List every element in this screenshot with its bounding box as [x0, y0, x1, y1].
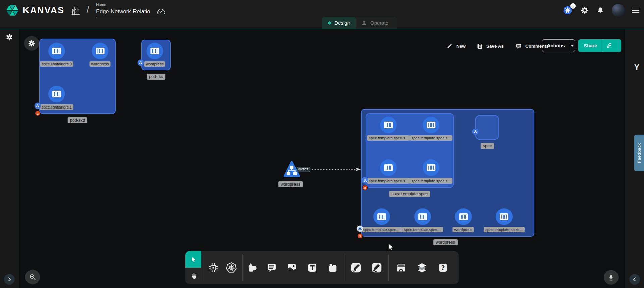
new-button[interactable]: New	[446, 43, 466, 50]
tool-kubernetes[interactable]	[225, 261, 238, 274]
toolbar-divider	[388, 254, 389, 281]
mouse-cursor	[387, 243, 395, 252]
network-badge-icon[interactable]	[472, 129, 479, 135]
tool-pan[interactable]	[185, 268, 201, 284]
floppy-disk-icon	[476, 43, 483, 50]
tool-layers[interactable]	[416, 261, 428, 274]
node-spec-containers-0[interactable]: spec.containers.0	[40, 43, 73, 67]
operate-tab-icon	[361, 20, 367, 26]
network-badge-icon[interactable]	[35, 103, 41, 109]
tool-integration[interactable]	[207, 261, 220, 274]
node-spec-template-2[interactable]: spec.template.spec.s...	[410, 117, 452, 141]
network-badge-icon[interactable]	[138, 60, 144, 66]
group-spec[interactable]	[475, 115, 499, 140]
share-split-button[interactable]: Share	[578, 39, 621, 52]
node-spec-template-6[interactable]: spec.template.spec....	[402, 208, 443, 232]
tool-sketch[interactable]	[370, 261, 383, 274]
kubernetes-context-button[interactable]: 1	[562, 5, 573, 16]
note-icon	[327, 262, 338, 273]
group-wordpress-label[interactable]: wordpress	[433, 239, 458, 245]
expand-left-panel-button[interactable]	[4, 274, 15, 285]
deployment-badge-icon[interactable]	[357, 226, 363, 232]
kanvas-logo-icon	[5, 3, 19, 17]
new-label: New	[456, 44, 466, 49]
app-window: KANVAS / Name Design	[0, 0, 644, 288]
link-icon	[606, 42, 612, 49]
node-label: spec.template.spec....	[484, 227, 525, 232]
node-label: wordpress	[144, 61, 165, 67]
tool-help[interactable]: ?	[437, 261, 449, 274]
hand-icon	[190, 272, 198, 280]
brand-name: KANVAS	[23, 5, 64, 16]
user-avatar[interactable]	[612, 4, 625, 17]
pen-path-icon	[350, 262, 362, 274]
tool-media[interactable]	[285, 261, 298, 274]
warning-count-badge[interactable]: 3	[362, 185, 368, 190]
ink-pen-button[interactable]	[604, 270, 619, 285]
feedback-tab[interactable]: Feedback	[634, 135, 644, 171]
zoom-button[interactable]	[25, 270, 40, 284]
node-wordpress-rcc[interactable]: wordpress	[144, 43, 165, 67]
image-icon	[286, 262, 298, 273]
workspace-icon[interactable]	[71, 5, 80, 16]
group-pod-rcc-label[interactable]: pod-rcc	[147, 74, 165, 80]
container-icon	[48, 86, 65, 102]
brand[interactable]: KANVAS	[5, 3, 64, 17]
container-icon	[146, 43, 163, 59]
tool-comment[interactable]	[265, 261, 278, 274]
tab-operate[interactable]: Operate	[356, 17, 397, 29]
toolbar-divider	[242, 254, 243, 281]
save-as-button[interactable]: Save As	[476, 43, 504, 50]
feedback-label: Feedback	[637, 143, 642, 163]
node-wordpress-pod[interactable]: wordpress	[452, 208, 474, 232]
network-badge-icon[interactable]	[362, 177, 368, 184]
container-icon	[92, 43, 108, 59]
actions-dropdown-toggle[interactable]	[570, 45, 575, 47]
settings-gear-icon[interactable]	[580, 6, 589, 15]
layout-flower-button[interactable]	[24, 36, 39, 51]
tool-drawer[interactable]	[395, 261, 408, 274]
node-wordpress[interactable]: wordpress	[89, 43, 110, 67]
expand-right-panel-button[interactable]	[629, 274, 640, 285]
notifications-bell-icon[interactable]	[596, 6, 604, 15]
save-as-label: Save As	[486, 44, 504, 49]
y-panel-icon[interactable]: Y	[634, 63, 639, 72]
text-icon	[307, 262, 318, 273]
header-actions: 1	[562, 4, 639, 17]
tool-text[interactable]	[306, 261, 319, 274]
group-label: pod-rcc	[147, 73, 165, 79]
node-spec-template-3[interactable]: spec.template.spec.s...	[367, 159, 410, 184]
menu-hamburger-icon[interactable]	[632, 8, 639, 13]
tool-select[interactable]	[185, 251, 201, 268]
group-pod-skd-label[interactable]: pod-skd	[68, 117, 87, 123]
node-spec-template-5[interactable]: spec.template.spec....	[361, 208, 402, 232]
magnifier-plus-icon	[29, 273, 37, 281]
container-icon	[380, 117, 397, 133]
node-spec-template-7[interactable]: spec.template.spec....	[484, 208, 525, 232]
tab-design[interactable]: Design	[322, 17, 356, 29]
group-label: wordpress	[433, 239, 458, 245]
mode-tabs: Design Operate	[322, 17, 397, 29]
toolbar-divider	[345, 254, 345, 281]
pencil-icon	[446, 43, 453, 50]
design-name-input[interactable]	[96, 8, 158, 17]
copy-link-button[interactable]	[602, 42, 616, 49]
actions-split-button[interactable]: Actions	[542, 39, 575, 52]
design-name-field: Name	[96, 3, 158, 17]
tool-shapes[interactable]	[246, 261, 259, 274]
node-spec-containers-1[interactable]: spec.containers.1	[40, 86, 73, 110]
group-spec-label[interactable]: spec	[481, 143, 494, 149]
warning-count-badge[interactable]: 2	[35, 111, 40, 116]
pen-nib-icon	[607, 273, 615, 281]
cursor-arrow-icon	[190, 256, 197, 263]
warning-count-badge[interactable]: 3	[357, 233, 363, 239]
node-spec-template-1[interactable]: spec.template.spec.s...	[367, 117, 410, 141]
group-spec-template-spec-label[interactable]: spec.template.spec	[389, 191, 430, 197]
sync-pinwheel-icon[interactable]	[6, 33, 13, 41]
service-label-wrap: wordpress	[278, 181, 303, 187]
node-label: spec.template.spec.s...	[410, 178, 452, 184]
tool-pen[interactable]	[350, 261, 362, 274]
group-label: spec	[481, 143, 494, 149]
node-spec-template-4[interactable]: spec.template.spec.s...	[410, 159, 452, 184]
tool-note[interactable]	[326, 261, 339, 274]
